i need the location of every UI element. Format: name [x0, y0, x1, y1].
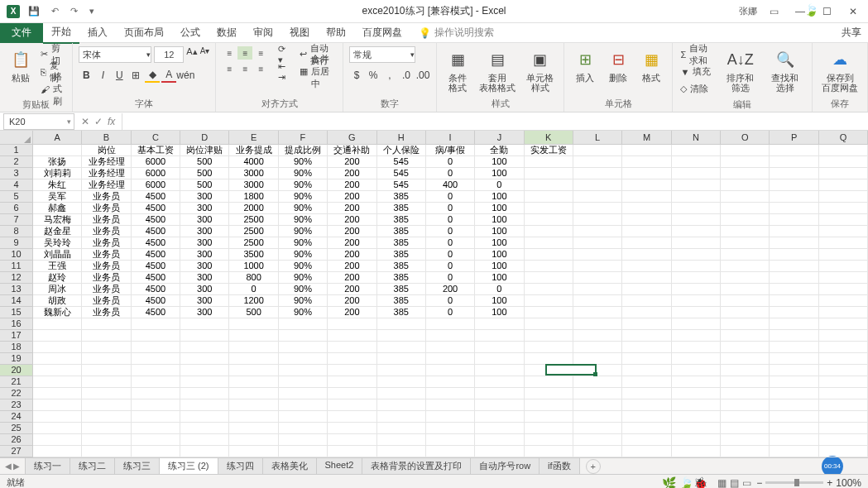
- cell[interactable]: [475, 446, 524, 457]
- cell[interactable]: [672, 145, 721, 156]
- cell[interactable]: [819, 399, 868, 411]
- row-header[interactable]: 10: [0, 249, 33, 261]
- cell[interactable]: [279, 423, 328, 434]
- cell[interactable]: 500: [180, 168, 229, 179]
- row-header[interactable]: 14: [0, 295, 33, 307]
- cell[interactable]: [525, 434, 573, 446]
- cell[interactable]: 100: [475, 168, 524, 179]
- cell[interactable]: 100: [475, 249, 524, 261]
- cell[interactable]: 赵玲: [33, 272, 82, 284]
- row-header[interactable]: 5: [0, 191, 33, 203]
- cell[interactable]: [721, 272, 770, 284]
- cell[interactable]: 4500: [132, 295, 180, 307]
- cell[interactable]: [770, 446, 818, 457]
- cell[interactable]: [819, 353, 868, 365]
- insert-cells-button[interactable]: ⊞插入: [570, 46, 600, 84]
- cell[interactable]: [525, 353, 573, 365]
- cell[interactable]: [573, 284, 622, 295]
- cell[interactable]: 王强: [33, 261, 82, 272]
- align-bottom-button[interactable]: ≡: [253, 46, 268, 60]
- cell[interactable]: 300: [180, 249, 229, 261]
- cell[interactable]: 200: [328, 272, 376, 284]
- cell[interactable]: [819, 342, 868, 353]
- column-header[interactable]: B: [82, 131, 131, 145]
- cell[interactable]: [279, 365, 328, 376]
- cell[interactable]: [328, 376, 376, 388]
- cell[interactable]: [770, 295, 818, 307]
- cell[interactable]: [573, 330, 622, 342]
- cell[interactable]: [475, 411, 524, 423]
- cell[interactable]: 90%: [279, 179, 328, 191]
- cell[interactable]: [132, 434, 180, 446]
- cell[interactable]: [132, 423, 180, 434]
- cell[interactable]: [328, 446, 376, 457]
- cell[interactable]: [770, 145, 818, 156]
- fill-color-button[interactable]: ◆: [145, 68, 160, 83]
- cell[interactable]: [770, 156, 818, 168]
- row-header[interactable]: 7: [0, 214, 33, 226]
- cell[interactable]: 200: [426, 284, 475, 295]
- cell[interactable]: [82, 318, 131, 330]
- cell[interactable]: [426, 434, 475, 446]
- cell[interactable]: [377, 365, 426, 376]
- cell[interactable]: 385: [377, 203, 426, 214]
- sort-filter-button[interactable]: A↓Z排序和筛选: [720, 46, 761, 94]
- cell[interactable]: 0: [475, 284, 524, 295]
- cell[interactable]: 90%: [279, 295, 328, 307]
- column-header[interactable]: H: [377, 131, 426, 145]
- minimize-button[interactable]: —: [790, 6, 810, 17]
- column-header[interactable]: M: [622, 131, 671, 145]
- cell[interactable]: [279, 411, 328, 423]
- cell[interactable]: 0: [426, 168, 475, 179]
- cell[interactable]: 90%: [279, 284, 328, 295]
- cell[interactable]: [525, 318, 573, 330]
- cell[interactable]: 300: [180, 272, 229, 284]
- cell[interactable]: [132, 365, 180, 376]
- sheet-tab[interactable]: 表格背景的设置及打印: [362, 457, 471, 476]
- ribbon-tab-数据[interactable]: 数据: [209, 22, 245, 43]
- cell[interactable]: 0: [426, 191, 475, 203]
- cell[interactable]: 刘莉莉: [33, 168, 82, 179]
- cell[interactable]: [573, 434, 622, 446]
- cell[interactable]: [33, 353, 82, 365]
- cell[interactable]: [622, 295, 671, 307]
- cell[interactable]: 0: [426, 237, 475, 249]
- cell[interactable]: 300: [180, 203, 229, 214]
- cell[interactable]: 500: [229, 307, 278, 318]
- decrease-font-button[interactable]: A▾: [200, 46, 210, 63]
- cell[interactable]: [525, 168, 573, 179]
- cell[interactable]: [721, 226, 770, 237]
- cell[interactable]: [426, 376, 475, 388]
- cell[interactable]: 实发工资: [525, 145, 573, 156]
- cell[interactable]: [279, 330, 328, 342]
- cell[interactable]: [82, 365, 131, 376]
- confirm-formula-button[interactable]: ✓: [94, 116, 103, 127]
- cell[interactable]: [819, 318, 868, 330]
- cell[interactable]: 业务员: [82, 272, 131, 284]
- cell[interactable]: [573, 226, 622, 237]
- cell[interactable]: [770, 168, 818, 179]
- cell[interactable]: 200: [328, 203, 376, 214]
- cell[interactable]: [770, 179, 818, 191]
- cell[interactable]: 385: [377, 295, 426, 307]
- cell[interactable]: [721, 203, 770, 214]
- cell[interactable]: [573, 179, 622, 191]
- cell[interactable]: [622, 446, 671, 457]
- cell[interactable]: [672, 388, 721, 399]
- cell[interactable]: [525, 411, 573, 423]
- cell[interactable]: [475, 399, 524, 411]
- cell[interactable]: [475, 423, 524, 434]
- cell[interactable]: [672, 284, 721, 295]
- cell[interactable]: 300: [180, 237, 229, 249]
- cell[interactable]: 385: [377, 284, 426, 295]
- cell[interactable]: [622, 423, 671, 434]
- cell[interactable]: 545: [377, 156, 426, 168]
- ribbon-options-button[interactable]: ▭: [764, 6, 784, 17]
- save-qat-button[interactable]: 💾: [25, 4, 43, 18]
- row-header[interactable]: 3: [0, 168, 33, 179]
- cell[interactable]: [721, 307, 770, 318]
- cell[interactable]: [377, 330, 426, 342]
- font-name-select[interactable]: 宋体▾: [79, 46, 151, 63]
- cell[interactable]: [819, 376, 868, 388]
- cell[interactable]: [721, 423, 770, 434]
